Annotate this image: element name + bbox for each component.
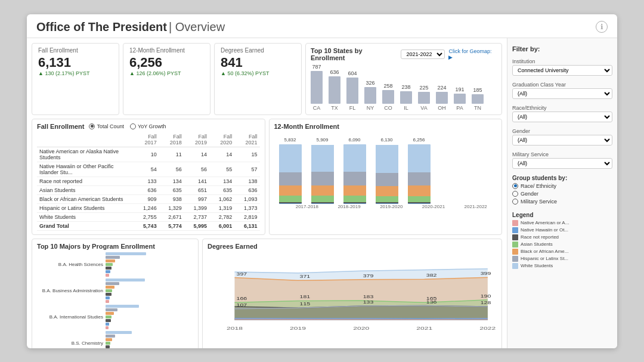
svg-text:166: 166	[237, 296, 247, 301]
legend-color	[512, 234, 518, 240]
states-bars: 787 CA 636 TX 604 FL 326 NY 258 CO 238 I…	[311, 64, 497, 111]
svg-text:382: 382	[426, 273, 437, 278]
dashboard: Office of The President | Overview ℹ Fal…	[27, 14, 617, 348]
svg-text:165: 165	[426, 296, 437, 301]
degrees-earned-panel: Degrees Earned 2018201920202021202210716…	[202, 239, 502, 348]
legend-color	[512, 227, 518, 233]
svg-text:2020: 2020	[353, 325, 369, 330]
group-by-radio-2[interactable]: Military Service	[512, 199, 612, 205]
info-icon[interactable]: ℹ	[596, 21, 608, 33]
svg-text:2021: 2021	[416, 325, 432, 330]
state-bar	[346, 78, 358, 104]
state-bar-tx: 636 TX	[329, 69, 340, 111]
top-states-title: Top 10 States by Enrollment	[311, 47, 397, 61]
grad-class-select[interactable]: (All)	[512, 88, 612, 99]
major-row: B.A. Health Sciences	[37, 252, 193, 277]
svg-text:371: 371	[300, 274, 311, 279]
enrollment-bar-group: 6,130	[376, 137, 398, 204]
fall-enrollment-table: Fall 2017 Fall 2018 Fall 2019 Fall 2020 …	[37, 132, 260, 231]
institution-select[interactable]: Connected University	[512, 65, 612, 76]
state-bar-il: 238 IL	[400, 84, 412, 111]
stacked-bar	[343, 144, 366, 204]
kpi-fall-label: Fall Enrollment	[38, 47, 113, 54]
kpi-fall-change: ▲ 130 (2.17%) PYST	[38, 70, 113, 76]
state-bar-va: 225 VA	[418, 85, 430, 111]
state-bar	[472, 94, 484, 104]
table-row: Race not reported133134141134138	[37, 177, 260, 185]
group-by-title: Group students by:	[512, 175, 612, 181]
major-row: B.S. Chemistry	[37, 331, 193, 348]
race-eth-select[interactable]: (All)	[512, 112, 612, 122]
race-eth-section: Race/Ethnicity (All)	[512, 103, 612, 122]
enrollment-bar-group: 6,256	[408, 137, 431, 204]
major-row: B.A. International Studies	[37, 305, 193, 330]
legend-item: Native Hawaiin or Ot...	[512, 227, 612, 233]
legend-item: Asian Students	[512, 242, 612, 247]
svg-text:397: 397	[237, 271, 247, 276]
grad-class-label: Graduation Class Year	[512, 82, 612, 88]
state-bar	[364, 87, 376, 104]
legend-color	[512, 249, 518, 255]
top-majors-panel: Top 10 Majors by Program Enrollment B.A.…	[32, 239, 199, 348]
group-by-radio-0[interactable]: Race/ Ethnicity	[512, 183, 612, 189]
grad-class-section: Graduation Class Year (All)	[512, 79, 612, 99]
radio-yoy-growth[interactable]: YoY Growth	[130, 123, 166, 129]
fall-enrollment-title: Fall Enrollment	[37, 123, 84, 130]
gender-label: Gender	[512, 128, 612, 134]
dashboard-header: Office of The President | Overview ℹ	[27, 14, 617, 38]
state-bar	[311, 71, 323, 104]
left-panel: Fall Enrollment 6,131 ▲ 130 (2.17%) PYST…	[27, 38, 507, 348]
legend-color	[512, 220, 518, 226]
institution-label: Institution	[512, 58, 612, 64]
military-select[interactable]: (All)	[512, 158, 612, 169]
legend-item: Hispanic or Latinx St...	[512, 256, 612, 262]
group-by-section: Group students by: Race/ EthnicityGender…	[512, 175, 612, 205]
table-row: Black or African American Students909938…	[37, 194, 260, 203]
state-bar	[454, 94, 466, 104]
state-bar	[400, 91, 412, 104]
state-bar-tn: 185 TN	[472, 87, 484, 111]
svg-text:107: 107	[237, 302, 247, 307]
kpi-12month-change: ▲ 126 (2.06%) PYST	[129, 70, 204, 76]
table-row: Hispanic or Latinx Students1,2461,3291,3…	[37, 203, 260, 212]
states-year-dropdown[interactable]: 2021-2022	[401, 49, 445, 59]
group-by-radio-1[interactable]: Gender	[512, 191, 612, 197]
kpi-degrees-value: 841	[221, 55, 295, 70]
svg-text:115: 115	[300, 302, 311, 307]
enrollment-chart-panel: 12-Month Enrollment 5,8325,9096,0906,130…	[269, 119, 503, 235]
kpi-degrees-label: Degrees Earned	[221, 47, 295, 54]
kpi-row: Fall Enrollment 6,131 ▲ 130 (2.17%) PYST…	[32, 43, 302, 115]
state-bar-pa: 191 PA	[454, 86, 466, 111]
svg-text:181: 181	[300, 295, 311, 299]
svg-text:190: 190	[481, 293, 491, 298]
state-bar	[382, 90, 394, 104]
enrollment-bar-group: 5,832	[279, 137, 302, 204]
svg-text:2018: 2018	[227, 325, 243, 330]
legend-item: Race not reported	[512, 234, 612, 240]
svg-text:133: 133	[363, 299, 374, 304]
table-row: White Students2,7552,6712,7372,7822,819	[37, 212, 260, 221]
state-bar	[329, 76, 340, 104]
geomap-link[interactable]: Click for Geomap: ▶	[448, 48, 497, 60]
table-row: Native Hawaiin or Other Pacific Islander…	[37, 162, 260, 177]
state-bar-ny: 326 NY	[364, 80, 376, 111]
state-bar-co: 258 CO	[382, 83, 394, 111]
stacked-bar	[279, 144, 302, 204]
kpi-12month: 12-Month Enrollment 6,256 ▲ 126 (2.06%) …	[123, 43, 210, 115]
top-row: Fall Enrollment 6,131 ▲ 130 (2.17%) PYST…	[32, 43, 502, 115]
kpi-12month-value: 6,256	[129, 55, 204, 70]
legend-item: Black or African Ame...	[512, 249, 612, 255]
gender-select[interactable]: (All)	[512, 135, 612, 146]
group-by-radios: Race/ EthnicityGenderMilitary Service	[512, 183, 612, 205]
enrollment-bar-group: 6,090	[343, 137, 366, 204]
legend-section: Legend Native American or A... Native Ha…	[512, 212, 612, 270]
legend-color	[512, 256, 518, 262]
svg-text:399: 399	[481, 271, 491, 276]
kpi-fall-value: 6,131	[38, 55, 113, 70]
kpi-degrees-change: ▲ 50 (6.32%) PYST	[221, 70, 295, 76]
right-sidebar: Filter by: Institution Connected Univers…	[507, 38, 617, 348]
enrollment-bar-group: 5,909	[311, 137, 334, 204]
radio-total-count[interactable]: Total Count	[89, 123, 124, 129]
filter-title: Filter by:	[512, 45, 612, 52]
page-title: Office of The President | Overview	[36, 20, 225, 34]
